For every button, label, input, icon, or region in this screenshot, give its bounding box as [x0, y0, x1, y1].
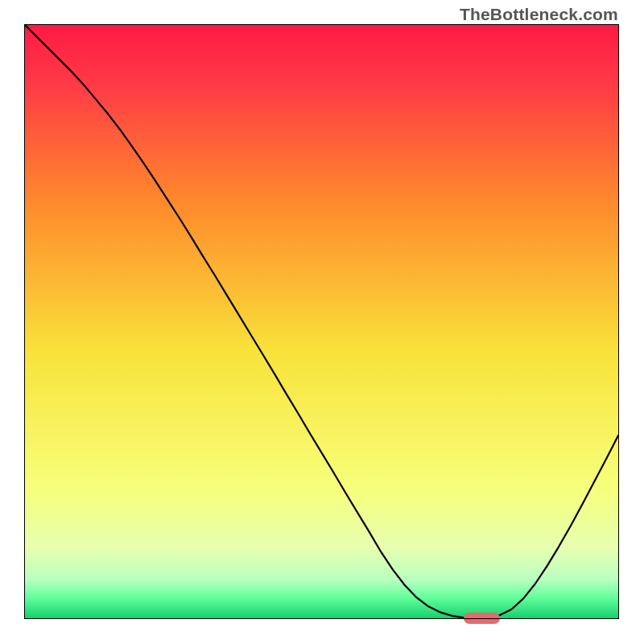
- chart-stage: TheBottleneck.com: [0, 0, 644, 644]
- plot-area: [25, 25, 618, 618]
- optimal-range-marker: [464, 613, 499, 624]
- bottleneck-curve: [25, 25, 618, 618]
- watermark-text: TheBottleneck.com: [460, 5, 618, 24]
